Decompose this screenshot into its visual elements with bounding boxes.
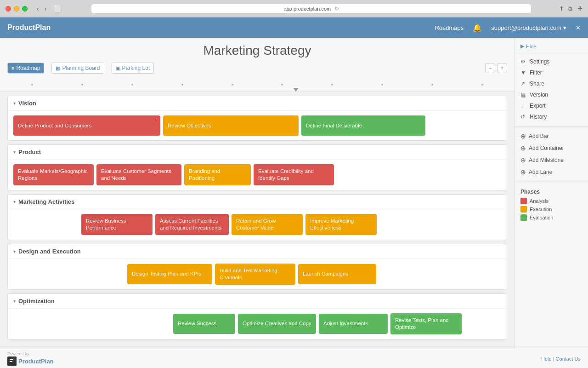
back-button[interactable]: ‹ bbox=[35, 4, 41, 13]
add-lane-label: Add Lane bbox=[529, 169, 552, 175]
maximize-button[interactable] bbox=[22, 6, 28, 12]
powered-by-text: Powered by bbox=[7, 351, 54, 356]
footer-brand: ProductPlan bbox=[7, 356, 54, 366]
app-nav: ProductPlan Roadmaps 🔔 support@productpl… bbox=[0, 17, 588, 38]
lane-design-header[interactable]: ▾ Design and Execution bbox=[8, 244, 507, 259]
card-text: Adjust Investments bbox=[323, 320, 368, 327]
card-review-success[interactable]: Review Success bbox=[173, 314, 235, 334]
lane-vision-body: Define Product and Consumers 📌 Review Ob… bbox=[8, 111, 507, 140]
address-bar[interactable]: app.productplan.com ↻ bbox=[91, 4, 531, 14]
card-review-business[interactable]: Review Business Performance bbox=[81, 214, 153, 235]
card-improve-marketing[interactable]: Improve Marketing Effectiveness bbox=[305, 214, 377, 235]
timeline-dot bbox=[81, 84, 83, 86]
sidebar-divider-2 bbox=[515, 182, 588, 182]
minimize-button[interactable] bbox=[14, 6, 19, 12]
close-icon[interactable]: ✕ bbox=[576, 24, 581, 31]
new-tab-button[interactable]: + bbox=[577, 4, 582, 13]
lane-optimization-title: Optimization bbox=[18, 298, 55, 305]
forward-button[interactable]: › bbox=[43, 4, 49, 13]
card-launch-campaigns[interactable]: Launch Campaigns bbox=[298, 264, 376, 284]
help-link[interactable]: Help bbox=[541, 356, 552, 362]
timeline-dot bbox=[381, 84, 383, 86]
add-milestone-button[interactable]: ⊕ Add Milestone bbox=[515, 154, 588, 166]
card-text: Define Final Deliverable bbox=[306, 122, 362, 129]
version-item[interactable]: ▤ Version bbox=[515, 89, 588, 100]
card-adjust-investments[interactable]: Adjust Investments bbox=[319, 314, 388, 334]
lane-vision-header[interactable]: ▾ Vision bbox=[8, 96, 507, 111]
phase-evaluation: Evaluation bbox=[520, 214, 582, 221]
card-text: Define Product and Consumers bbox=[18, 122, 91, 129]
copy-button[interactable]: ⧉ bbox=[568, 4, 572, 13]
version-icon: ▤ bbox=[520, 92, 527, 98]
card-text: Review Objectives bbox=[168, 122, 211, 129]
lane-product: ▾ Product Evaluate Markets/Geographic Re… bbox=[7, 144, 507, 190]
plus-circle-icon: ⊕ bbox=[520, 168, 526, 176]
card-text: Branding and Positioning bbox=[189, 168, 246, 182]
history-item[interactable]: ↺ History bbox=[515, 111, 588, 122]
tab-roadmap[interactable]: ≡ Roadmap bbox=[7, 63, 44, 74]
tab-planning-label: Planning Board bbox=[62, 65, 100, 71]
add-bar-label: Add Bar bbox=[529, 133, 548, 139]
lane-marketing-header[interactable]: ▾ Marketing Activities bbox=[8, 195, 507, 209]
hide-panel-button[interactable]: ▶ Hide bbox=[515, 41, 588, 53]
traffic-lights bbox=[6, 6, 28, 12]
svg-rect-1 bbox=[10, 359, 13, 360]
sidebar-toggle[interactable]: ⬜ bbox=[52, 4, 63, 13]
card-define-final[interactable]: Define Final Deliverable bbox=[301, 115, 425, 136]
chrome-actions: ⬆ ⧉ + bbox=[559, 4, 582, 13]
collapse-chevron-icon: ▾ bbox=[13, 150, 16, 155]
triangle-right-icon: ▶ bbox=[520, 43, 524, 49]
user-menu[interactable]: support@productplan.com ▾ bbox=[491, 24, 566, 31]
lane-product-header[interactable]: ▾ Product bbox=[8, 145, 507, 160]
card-define-product[interactable]: Define Product and Consumers 📌 bbox=[13, 115, 160, 136]
card-evaluate-markets[interactable]: Evaluate Markets/Geographic Regions bbox=[13, 164, 94, 185]
add-bar-button[interactable]: ⊕ Add Bar bbox=[515, 130, 588, 142]
card-text: Revise Tests, Plan and Optimize bbox=[395, 317, 457, 331]
card-evaluate-customer[interactable]: Evaluate Customer Segments and Needs bbox=[96, 164, 181, 185]
lane-design-body: Design Testing Plan and KPIs Build and T… bbox=[8, 259, 507, 289]
roadmap-icon: ≡ bbox=[11, 65, 14, 71]
analysis-label: Analysis bbox=[530, 198, 548, 204]
share-item[interactable]: ↗ Share bbox=[515, 78, 588, 89]
tab-parking-lot[interactable]: ▣ Parking Lot bbox=[112, 63, 154, 74]
tab-planning-board[interactable]: ▦ Planning Board bbox=[51, 63, 104, 74]
card-text: Build and Test Marketing Channels bbox=[220, 267, 291, 281]
phase-execution: Execution bbox=[520, 206, 582, 213]
settings-item[interactable]: ⚙ Settings bbox=[515, 56, 588, 67]
app-logo[interactable]: ProductPlan bbox=[7, 23, 51, 32]
plus-circle-icon: ⊕ bbox=[520, 156, 526, 164]
card-assess-facilities[interactable]: Assess Current Facilities and Required I… bbox=[155, 214, 229, 235]
card-branding[interactable]: Branding and Positioning bbox=[184, 164, 251, 185]
share-button[interactable]: ⬆ bbox=[559, 4, 564, 13]
card-evaluate-credibility[interactable]: Evaluate Credibility and Identify Gaps bbox=[254, 164, 334, 185]
card-retain-grow[interactable]: Retain and Grow Customer Value bbox=[232, 214, 303, 235]
plus-circle-icon: ⊕ bbox=[520, 144, 526, 152]
phases-title: Phases bbox=[520, 189, 582, 195]
zoom-in-button[interactable]: + bbox=[497, 63, 507, 73]
export-label: Export bbox=[530, 103, 546, 109]
notifications-icon[interactable]: 🔔 bbox=[473, 23, 482, 32]
card-review-objectives[interactable]: Review Objectives bbox=[163, 115, 299, 136]
close-button[interactable] bbox=[6, 6, 11, 12]
nav-buttons: ‹ › bbox=[35, 4, 48, 13]
zoom-out-button[interactable]: − bbox=[485, 63, 495, 73]
contact-link[interactable]: Contact Us bbox=[556, 356, 581, 362]
filter-item[interactable]: ▼ Filter bbox=[515, 67, 588, 78]
roadmaps-link[interactable]: Roadmaps bbox=[435, 24, 464, 31]
add-container-button[interactable]: ⊕ Add Container bbox=[515, 142, 588, 154]
lane-optimization-header[interactable]: ▾ Optimization bbox=[8, 294, 507, 309]
card-text: Improve Marketing Effectiveness bbox=[310, 218, 372, 231]
card-revise-tests[interactable]: Revise Tests, Plan and Optimize bbox=[390, 313, 462, 334]
url-text: app.productplan.com bbox=[284, 6, 331, 12]
card-design-testing[interactable]: Design Testing Plan and KPIs bbox=[127, 264, 212, 284]
card-optimize-creatives[interactable]: Optimize Creatives and Copy bbox=[238, 314, 316, 334]
tab-parking-label: Parking Lot bbox=[122, 65, 150, 71]
add-lane-button[interactable]: ⊕ Add Lane bbox=[515, 166, 588, 178]
roadmap-area: Marketing Strategy ≡ Roadmap ▦ Planning … bbox=[0, 38, 514, 368]
refresh-icon[interactable]: ↻ bbox=[334, 6, 339, 12]
card-build-test[interactable]: Build and Test Marketing Channels bbox=[215, 264, 295, 285]
phases-section: Phases Analysis Execution Evaluation bbox=[515, 185, 588, 226]
gear-icon: ⚙ bbox=[520, 58, 527, 65]
timeline-dot bbox=[431, 84, 433, 86]
export-item[interactable]: ↓ Export bbox=[515, 100, 588, 111]
